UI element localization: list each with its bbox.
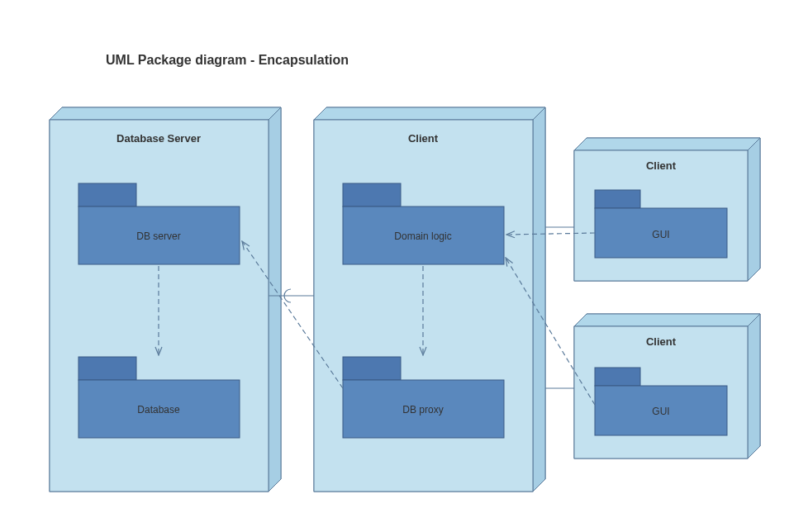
svg-marker-9 — [314, 107, 545, 120]
svg-marker-23 — [574, 314, 760, 326]
node-database-server-label: Database Server — [116, 132, 201, 145]
node-client-top-label: Client — [646, 159, 677, 172]
svg-rect-4 — [78, 183, 136, 207]
svg-marker-17 — [574, 138, 760, 150]
svg-marker-1 — [50, 107, 281, 120]
node-client-bottom-label: Client — [646, 335, 677, 348]
svg-marker-18 — [748, 138, 760, 281]
svg-rect-6 — [78, 357, 136, 380]
diagram-svg: Database Server DB server Database Clien… — [0, 0, 789, 532]
svg-rect-20 — [595, 190, 640, 208]
package-gui-bottom-label: GUI — [652, 406, 669, 417]
package-db-proxy-label: DB proxy — [402, 404, 443, 416]
node-client-main-label: Client — [408, 132, 439, 145]
svg-marker-10 — [533, 107, 545, 492]
svg-rect-14 — [343, 357, 401, 380]
package-gui-top-label: GUI — [652, 229, 669, 240]
svg-rect-26 — [595, 368, 640, 386]
svg-marker-24 — [748, 314, 760, 458]
package-domain-logic-label: Domain logic — [394, 230, 451, 242]
package-database-label: Database — [137, 404, 180, 416]
svg-marker-2 — [269, 107, 281, 492]
svg-rect-12 — [343, 183, 401, 207]
package-db-server-label: DB server — [136, 230, 180, 242]
